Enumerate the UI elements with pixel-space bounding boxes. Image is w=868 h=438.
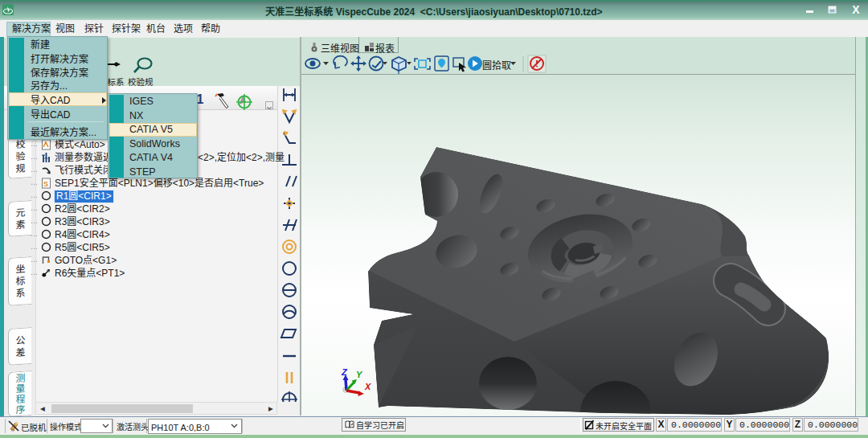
svg-text:Y: Y	[356, 370, 363, 379]
svg-text:Z: Z	[341, 367, 348, 377]
svg-text:X: X	[364, 382, 371, 391]
svg-text:S: S	[43, 179, 48, 187]
